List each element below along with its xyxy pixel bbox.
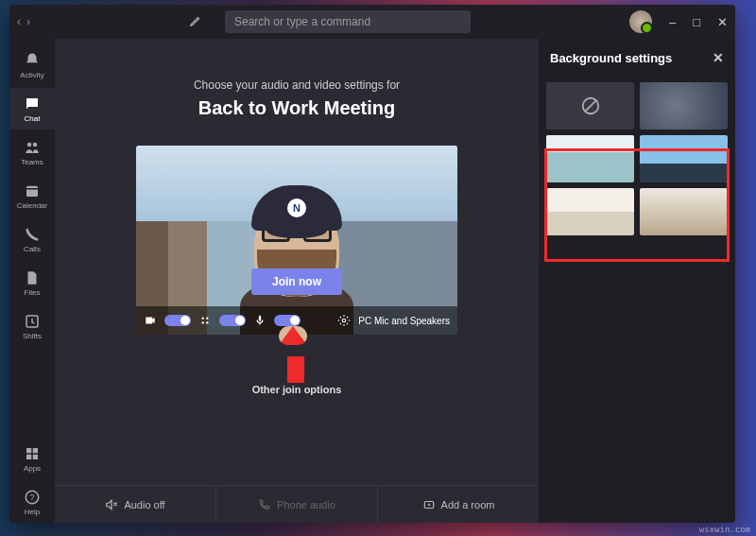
- window-controls: – □ ✕: [669, 15, 728, 29]
- rail-label: Activity: [20, 71, 43, 79]
- rail-calls[interactable]: Calls: [9, 218, 55, 260]
- device-label[interactable]: PC Mic and Speakers: [358, 316, 450, 326]
- search-input[interactable]: Search or type a command: [225, 10, 471, 33]
- prejoin-instruction: Choose your audio and video settings for: [194, 78, 400, 92]
- background-grid: [539, 77, 735, 241]
- other-options-label: Other join options: [252, 384, 342, 395]
- bg-option-none[interactable]: [546, 82, 634, 130]
- svg-text:?: ?: [29, 493, 34, 502]
- join-now-button[interactable]: Join now: [251, 268, 342, 295]
- teams-window: ‹ › Search or type a command – □ ✕ Activ…: [9, 5, 735, 523]
- svg-point-13: [206, 321, 208, 323]
- bg-option-blur[interactable]: [640, 82, 728, 130]
- svg-point-12: [202, 321, 204, 323]
- maximize-button[interactable]: □: [693, 15, 700, 29]
- svg-point-1: [33, 142, 38, 147]
- svg-rect-5: [33, 448, 38, 453]
- rail-label: Apps: [24, 464, 41, 473]
- panel-close-icon[interactable]: ✕: [713, 50, 724, 65]
- camera-icon: [144, 314, 157, 327]
- search-placeholder: Search or type a command: [234, 15, 370, 28]
- svg-rect-2: [26, 185, 38, 196]
- meeting-title: Back to Work Meeting: [198, 97, 396, 119]
- svg-rect-4: [26, 448, 31, 453]
- mic-toggle[interactable]: [274, 315, 301, 326]
- forward-button[interactable]: ›: [26, 15, 30, 28]
- option-phone-audio[interactable]: Phone audio: [216, 486, 378, 523]
- annotation-arrow: [282, 356, 304, 383]
- rail-activity[interactable]: Activity: [9, 44, 55, 86]
- camera-toggle[interactable]: [164, 315, 191, 326]
- svg-rect-7: [33, 454, 38, 458]
- svg-point-15: [343, 319, 347, 322]
- app-rail: Activity Chat Teams Calendar Calls Files: [9, 39, 55, 523]
- rail-label: Calendar: [17, 201, 47, 210]
- background-effects-icon: [198, 314, 212, 327]
- panel-header: Background settings ✕: [539, 39, 735, 77]
- option-label: Phone audio: [277, 499, 335, 510]
- panel-title: Background settings: [550, 51, 672, 65]
- option-add-room[interactable]: Add a room: [378, 486, 539, 523]
- svg-rect-14: [259, 316, 261, 321]
- rail-label: Shifts: [23, 332, 42, 340]
- rail-files[interactable]: Files: [9, 262, 55, 303]
- rail-label: Chat: [25, 114, 41, 123]
- new-message-icon[interactable]: [189, 14, 202, 30]
- video-preview: N Join now PC Mic and Speakers: [136, 146, 457, 335]
- rail-help[interactable]: ? Help: [9, 481, 55, 523]
- bg-option-image-2[interactable]: [640, 135, 728, 182]
- other-options-row: Audio off Phone audio Add a room: [55, 485, 539, 523]
- bg-option-image-1[interactable]: [546, 135, 634, 182]
- svg-point-0: [27, 142, 32, 147]
- rail-label: Files: [25, 288, 41, 297]
- option-label: Audio off: [124, 499, 164, 510]
- svg-rect-6: [26, 454, 31, 458]
- rail-label: Teams: [21, 158, 43, 166]
- svg-point-10: [202, 318, 204, 320]
- svg-point-11: [206, 318, 208, 320]
- title-bar: ‹ › Search or type a command – □ ✕: [9, 5, 735, 39]
- mic-icon: [253, 314, 266, 327]
- rail-teams[interactable]: Teams: [9, 131, 55, 173]
- rail-shifts[interactable]: Shifts: [9, 305, 55, 347]
- bg-option-image-4[interactable]: [640, 188, 728, 235]
- rail-apps[interactable]: Apps: [9, 438, 55, 479]
- option-audio-off[interactable]: Audio off: [55, 486, 216, 523]
- bg-option-image-3[interactable]: [546, 188, 634, 235]
- watermark: wsxwin.com: [699, 525, 750, 534]
- back-button[interactable]: ‹: [17, 15, 21, 28]
- rail-chat[interactable]: Chat: [9, 88, 55, 130]
- close-button[interactable]: ✕: [717, 15, 728, 29]
- profile-avatar[interactable]: [629, 10, 652, 33]
- gear-icon[interactable]: [337, 314, 351, 327]
- nav-arrows: ‹ ›: [17, 15, 30, 28]
- rail-label: Help: [25, 508, 40, 516]
- rail-calendar[interactable]: Calendar: [9, 175, 55, 216]
- background-toggle[interactable]: [219, 315, 246, 326]
- rail-label: Calls: [24, 245, 41, 253]
- prejoin-main: Choose your audio and video settings for…: [55, 39, 539, 523]
- option-label: Add a room: [441, 499, 495, 510]
- minimize-button[interactable]: –: [669, 15, 676, 29]
- background-settings-panel: Background settings ✕: [539, 39, 735, 523]
